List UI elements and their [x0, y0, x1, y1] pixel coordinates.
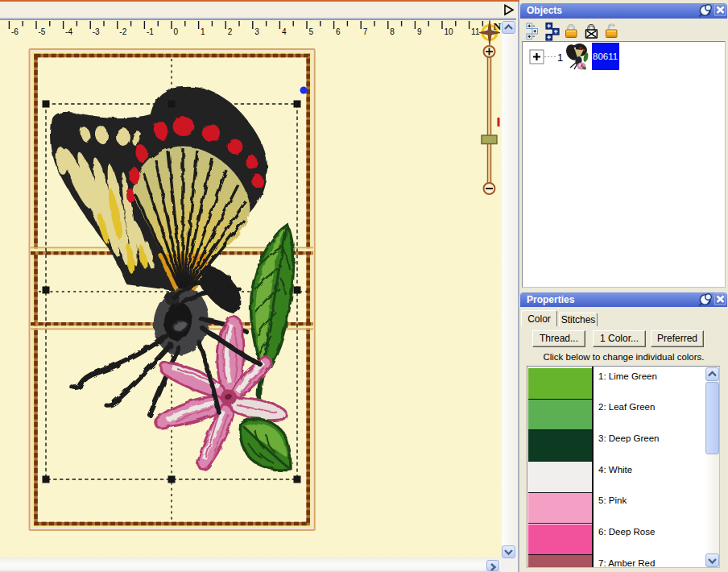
svg-text:5: 5: [309, 27, 314, 36]
svg-text:-1: -1: [147, 27, 154, 36]
svg-text:-2: -2: [119, 27, 126, 36]
svg-text:0: 0: [174, 27, 179, 36]
svg-text:1: 1: [557, 52, 563, 64]
svg-text:9: 9: [417, 27, 422, 36]
svg-text:10: 10: [445, 27, 454, 36]
svg-text:N: N: [494, 20, 502, 32]
svg-text:8: 8: [390, 27, 395, 36]
svg-text:6: 6: [336, 27, 341, 36]
svg-text:-6: -6: [11, 27, 19, 36]
svg-text:1: 1: [201, 27, 205, 36]
svg-text:11: 11: [471, 27, 480, 36]
svg-text:4: 4: [282, 27, 287, 36]
svg-text:7: 7: [363, 27, 368, 36]
svg-text:-4: -4: [65, 27, 72, 36]
svg-text:2: 2: [228, 27, 233, 36]
svg-text:3: 3: [254, 27, 259, 36]
svg-text:-5: -5: [39, 27, 46, 36]
svg-text:-3: -3: [93, 27, 100, 36]
